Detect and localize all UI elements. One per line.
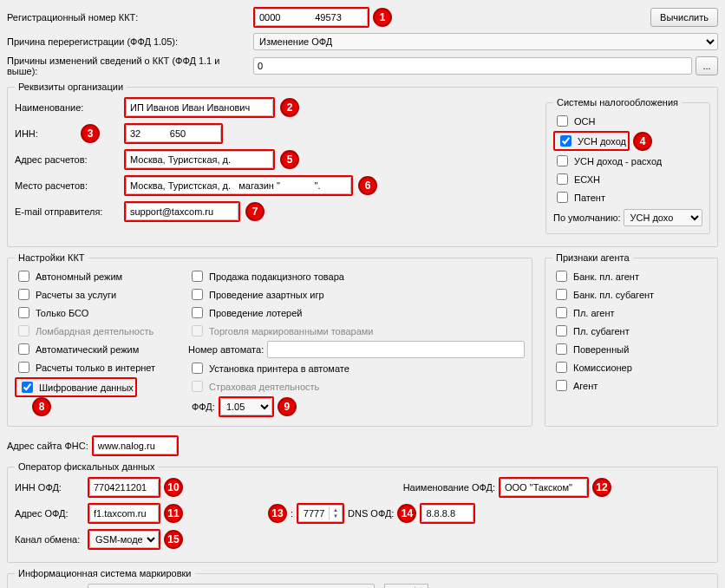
fns-addr-input[interactable] [94, 437, 177, 454]
org-email-input[interactable] [126, 203, 238, 220]
ofd-port-spinner[interactable]: ▲▼ [298, 505, 343, 522]
fns-addr-label: Адрес сайта ФНС: [7, 441, 88, 451]
tax-osn-label: ОСН [574, 116, 595, 127]
kkt-autonomous[interactable] [18, 271, 29, 282]
tax-default-label: По умолчанию: [553, 212, 620, 223]
org-addr-label: Адрес расчетов: [15, 154, 119, 165]
ism-addr-input [88, 584, 375, 588]
badge-11: 11 [164, 504, 183, 523]
reg-num-label: Регистрационный номер ККТ: [7, 12, 250, 23]
agent-pl-sub-label: Пл. субагент [573, 326, 630, 336]
agent-agent-label: Агент [573, 381, 598, 391]
kkt-internet-label: Расчеты только в интернет [36, 363, 155, 373]
agent-pl[interactable] [556, 307, 567, 318]
kkt-printer[interactable] [192, 363, 203, 374]
tax-usn-dohod[interactable] [560, 135, 572, 147]
tax-fieldset: Системы налогообложения ОСН УСН доход 4 … [545, 97, 710, 234]
ofd-dns-input[interactable] [421, 505, 474, 522]
ofd-inn-label: ИНН ОФД: [15, 482, 84, 493]
kkt-excise[interactable] [192, 271, 203, 282]
ofd-port-input[interactable] [299, 506, 329, 521]
kkt-marked [192, 325, 203, 336]
agent-attorney-label: Поверенный [573, 344, 629, 355]
tax-usn-dohod-label: УСН доход [578, 136, 626, 147]
kkt-internet[interactable] [18, 362, 29, 373]
tax-default-select[interactable]: УСН дохо [624, 209, 702, 226]
agent-bank-sub[interactable] [556, 289, 567, 300]
org-addr-input[interactable] [126, 151, 273, 168]
org-name-input[interactable] [126, 99, 273, 116]
kkt-encryption[interactable] [22, 382, 33, 393]
chevron-up-icon[interactable]: ▲ [330, 507, 342, 513]
badge-13: 13 [268, 504, 287, 523]
tax-eshn[interactable] [557, 173, 568, 185]
org-inn-label: ИНН: [15, 128, 119, 139]
agent-legend: Признаки агента [552, 252, 633, 263]
ofd-addr-label: Адрес ОФД: [15, 508, 84, 519]
ism-fieldset: Информационная система маркировки Адрес … [7, 568, 718, 588]
tax-patent-label: Патент [574, 193, 605, 203]
tax-usn-rashod-label: УСН доход - расход [574, 156, 662, 167]
ofd-fieldset: Оператор фискальных данных ИНН ОФД: 10 Н… [7, 461, 718, 563]
tax-usn-rashod[interactable] [557, 155, 568, 167]
automat-num-label: Номер автомата: [188, 344, 264, 355]
kkt-lottery-label: Проведение лотерей [209, 308, 303, 318]
rereg-reason-label: Причина перерегистрации (ФФД 1.05): [7, 36, 250, 47]
badge-2: 2 [280, 98, 299, 117]
ofd-chan-select[interactable]: GSM-модем [89, 531, 159, 548]
agent-bank-sub-label: Банк. пл. субагент [573, 290, 654, 300]
kkt-lombard [18, 325, 29, 336]
change-reasons-more-button[interactable]: ... [696, 56, 718, 75]
kkt-autonomous-label: Автономный режим [36, 271, 122, 282]
chevron-down-icon[interactable]: ▼ [330, 513, 342, 519]
ofd-addr-input[interactable] [89, 505, 159, 522]
badge-7: 7 [245, 202, 265, 221]
kkt-auto-label: Автоматический режим [36, 344, 139, 355]
ism-legend: Информационная система маркировки [15, 568, 195, 578]
kkt-auto[interactable] [18, 343, 29, 355]
agent-commission-label: Комиссионер [573, 363, 632, 373]
ofd-inn-input[interactable] [89, 479, 159, 496]
ism-port-spinner: ▲▼ [384, 584, 428, 588]
kkt-services[interactable] [18, 289, 29, 300]
tax-legend: Системы налогообложения [553, 97, 682, 108]
rereg-reason-select[interactable]: Изменение ОФД [253, 33, 718, 50]
change-reasons-label: Причины изменений сведений о ККТ (ФФД 1.… [7, 56, 250, 76]
ofd-dns-label: DNS ОФД: [348, 508, 394, 519]
calc-button[interactable]: Вычислить [650, 8, 718, 27]
ofd-chan-label: Канал обмена: [15, 534, 84, 545]
ism-port-input [385, 585, 415, 588]
kkt-gambling-label: Проведение азартных игр [209, 290, 324, 300]
org-place-label: Место расчетов: [15, 180, 119, 191]
org-legend: Реквизиты организации [15, 82, 127, 92]
tax-eshn-label: ЕСХН [574, 174, 600, 185]
kkt-services-label: Расчеты за услуги [36, 290, 116, 300]
org-name-label: Наименование: [15, 102, 119, 113]
kkt-bso[interactable] [18, 307, 29, 318]
kkt-excise-label: Продажа подакцизного товара [209, 271, 344, 282]
kkt-legend: Настройки ККТ [15, 252, 88, 263]
org-inn-input[interactable] [126, 125, 221, 142]
kkt-lottery[interactable] [192, 307, 203, 318]
badge-3: 3 [81, 124, 100, 143]
agent-bank[interactable] [556, 271, 567, 282]
ffd-select[interactable]: 1.05 [220, 398, 272, 415]
reg-num-input[interactable] [255, 9, 368, 26]
kkt-insurance-label: Страховая деятельность [209, 382, 319, 392]
org-email-label: E-mail отправителя: [15, 206, 119, 217]
change-reasons-input[interactable] [253, 57, 692, 75]
badge-5: 5 [280, 150, 299, 169]
tax-osn[interactable] [557, 115, 568, 127]
kkt-lombard-label: Ломбардная деятельность [36, 326, 153, 336]
agent-pl-sub[interactable] [556, 325, 567, 336]
agent-attorney[interactable] [556, 343, 567, 355]
agent-commission[interactable] [556, 362, 567, 373]
kkt-gambling[interactable] [192, 289, 203, 300]
colon-sep: : [291, 508, 293, 519]
automat-num-input[interactable] [267, 341, 525, 358]
tax-patent[interactable] [557, 192, 568, 203]
org-place-input[interactable] [126, 177, 351, 194]
kkt-printer-label: Установка принтера в автомате [209, 363, 349, 374]
ofd-name-input[interactable] [500, 479, 587, 496]
agent-agent[interactable] [556, 380, 567, 391]
